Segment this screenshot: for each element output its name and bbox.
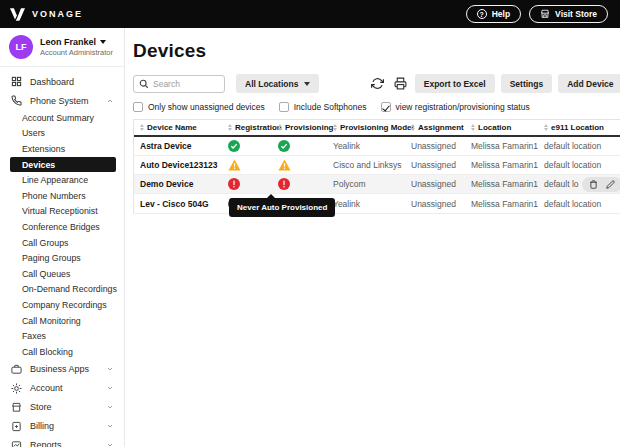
chevron-down-icon — [106, 403, 114, 411]
location-cell: Melissa Famarin11 — [465, 141, 538, 151]
page-title: Devices — [133, 40, 620, 62]
refresh-button[interactable] — [369, 77, 386, 90]
status-error-icon — [278, 178, 290, 190]
status-registered-icon — [228, 140, 240, 152]
billing-icon — [10, 420, 22, 432]
sidebar-item-on-demand-recordings[interactable]: On-Demand Recordings — [0, 282, 124, 298]
e911-location-cell: default lo — [538, 177, 620, 192]
search-box[interactable] — [133, 75, 225, 93]
sort-icon — [228, 124, 232, 132]
sidebar-item-virtual-receptionist[interactable]: Virtual Receptionist — [0, 204, 124, 220]
sidebar-item-account-summary[interactable]: Account Summary — [0, 110, 124, 126]
table-row[interactable]: Astra Device Yealink Unassigned Melissa … — [134, 137, 620, 156]
column-header-device-name[interactable]: Device Name — [134, 123, 222, 132]
e911-location-cell: default location — [538, 141, 620, 151]
dashboard-icon — [10, 76, 22, 88]
help-button[interactable]: ? Help — [466, 5, 521, 23]
sidebar-item-devices[interactable]: Devices — [10, 157, 116, 173]
sidebar-item-call-groups[interactable]: Call Groups — [0, 235, 124, 251]
location-cell: Melissa Famarin11 — [465, 160, 538, 170]
export-to-excel-button[interactable]: Export to Excel — [415, 74, 495, 93]
sidebar-item-line-appearance[interactable]: Line Appearance — [0, 172, 124, 188]
sidebar-item-phone-numbers[interactable]: Phone Numbers — [0, 188, 124, 204]
sidebar-item-phone-system[interactable]: Phone System — [0, 91, 124, 110]
assignment-cell: Unassigned — [405, 160, 465, 170]
vonage-brand: VONAGE — [10, 8, 83, 21]
checkbox-view-status[interactable]: view registration/provisioning status — [381, 102, 530, 112]
sidebar-item-call-queues[interactable]: Call Queues — [0, 266, 124, 282]
sidebar-item-label: Billing — [30, 421, 54, 431]
checkbox-label: Include Softphones — [294, 102, 367, 112]
checkbox-label: view registration/provisioning status — [396, 102, 530, 112]
table-row[interactable]: Demo Device Polycom Unassigned Melissa F… — [134, 175, 620, 194]
sidebar-item-call-blocking[interactable]: Call Blocking — [0, 344, 124, 360]
print-button[interactable] — [392, 77, 409, 90]
sidebar-item-dashboard[interactable]: Dashboard — [0, 72, 124, 91]
sidebar-item-users[interactable]: Users — [0, 126, 124, 142]
sidebar-item-business-apps[interactable]: Business Apps — [0, 360, 124, 379]
chevron-down-icon — [106, 365, 114, 373]
user-menu[interactable]: LF Leon Frankel Account Administrator — [0, 33, 124, 67]
sidebar-item-billing[interactable]: Billing — [0, 417, 124, 436]
device-name-cell: Demo Device — [134, 179, 222, 189]
question-icon: ? — [477, 9, 487, 19]
checkbox-icon[interactable] — [133, 102, 143, 112]
sidebar-item-conference-bridges[interactable]: Conference Bridges — [0, 219, 124, 235]
sort-icon — [411, 124, 415, 132]
search-input[interactable] — [153, 79, 219, 89]
main-content: Devices All Locations Export to Excel Se… — [125, 28, 620, 447]
location-filter-label: All Locations — [245, 79, 298, 89]
table-row[interactable]: Auto Device123123 Cisco and Linksys Unas… — [134, 156, 620, 175]
sidebar-item-company-recordings[interactable]: Company Recordings — [0, 297, 124, 313]
device-name-cell: Auto Device123123 — [134, 160, 222, 170]
provisioning-status-cell — [272, 178, 327, 190]
device-name-cell: Astra Device — [134, 141, 222, 151]
edit-device-button[interactable] — [606, 180, 615, 189]
add-device-button[interactable]: Add Device — [558, 74, 620, 93]
shop-icon — [10, 401, 22, 413]
column-header-location[interactable]: Location — [465, 123, 538, 132]
vonage-logo-icon — [10, 8, 25, 21]
phone-icon — [10, 95, 22, 107]
sidebar-item-call-monitoring[interactable]: Call Monitoring — [0, 313, 124, 329]
column-header-e911-location[interactable]: e911 Location — [538, 123, 620, 132]
location-cell: Melissa Famarin11 — [465, 199, 538, 209]
sidebar-item-faxes[interactable]: Faxes — [0, 328, 124, 344]
chevron-down-icon — [106, 422, 114, 430]
sidebar-item-store[interactable]: Store — [0, 398, 124, 417]
chevron-down-icon — [100, 40, 106, 44]
table-header-row: Device Name Registration Provisioning Pr… — [134, 120, 620, 137]
assignment-cell: Unassigned — [405, 199, 465, 209]
registration-status-cell — [222, 159, 272, 171]
chevron-up-icon — [106, 97, 114, 105]
column-header-assignment[interactable]: Assignment — [405, 123, 465, 132]
location-cell: Melissa Famarin11 — [465, 179, 538, 189]
sidebar: LF Leon Frankel Account Administrator Da… — [0, 28, 125, 447]
sidebar-item-extensions[interactable]: Extensions — [0, 141, 124, 157]
sidebar-item-reports[interactable]: Reports — [0, 436, 124, 447]
settings-button[interactable]: Settings — [501, 74, 553, 93]
device-name-cell: Lev - Cisco 504G — [134, 199, 222, 209]
delete-device-button[interactable] — [589, 180, 598, 189]
column-header-provisioning-model[interactable]: Provisioning Model — [327, 123, 405, 132]
sort-icon — [278, 124, 282, 132]
checkbox-checked-icon[interactable] — [381, 102, 391, 112]
column-header-provisioning[interactable]: Provisioning — [272, 123, 327, 132]
checkbox-icon[interactable] — [279, 102, 289, 112]
sidebar-item-account[interactable]: Account — [0, 379, 124, 398]
provisioning-status-cell — [272, 140, 327, 152]
user-role: Account Administrator — [40, 48, 113, 57]
checkbox-include-softphones[interactable]: Include Softphones — [279, 102, 367, 112]
visit-store-button[interactable]: Visit Store — [529, 5, 608, 23]
sidebar-item-paging-groups[interactable]: Paging Groups — [0, 250, 124, 266]
visit-store-label: Visit Store — [555, 9, 597, 19]
checkbox-only-unassigned[interactable]: Only show unassigned devices — [133, 102, 265, 112]
table-row[interactable]: Lev - Cisco 504G Yealink Unassigned Meli… — [134, 194, 620, 213]
sidebar-item-label: Phone System — [30, 96, 89, 106]
sort-icon — [140, 124, 144, 132]
filter-checkboxes: Only show unassigned devices Include Sof… — [133, 102, 620, 112]
tooltip-never-auto-provisioned: Never Auto Provisioned — [229, 198, 335, 217]
location-filter-dropdown[interactable]: All Locations — [236, 74, 319, 93]
column-header-registration[interactable]: Registration — [222, 123, 272, 132]
chevron-down-icon — [106, 384, 114, 392]
